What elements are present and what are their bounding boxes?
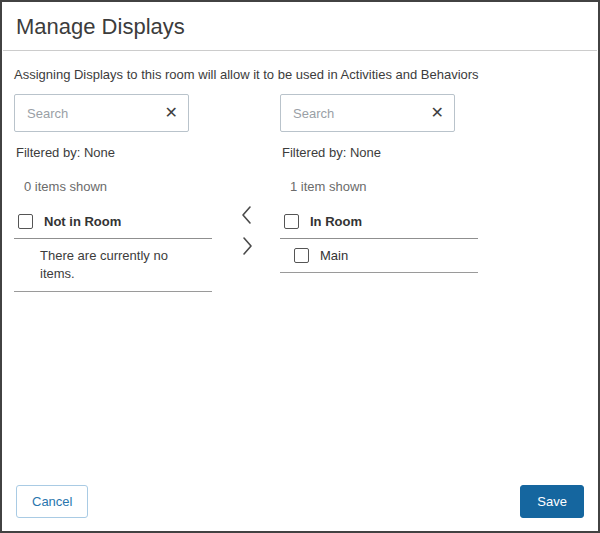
- list-header-label: Not in Room: [44, 214, 121, 229]
- in-room-panel: ✕ Filtered by: None 1 item shown In Room…: [280, 94, 480, 273]
- list-item: Main: [280, 239, 478, 273]
- items-shown-count: 1 item shown: [290, 179, 480, 194]
- in-room-search-input[interactable]: [291, 105, 429, 122]
- not-in-room-panel: ✕ Filtered by: None 0 items shown Not in…: [14, 94, 214, 292]
- in-room-list-header: In Room: [280, 209, 478, 239]
- clear-search-icon[interactable]: ✕: [429, 105, 446, 121]
- transfer-panels: ✕ Filtered by: None 0 items shown Not in…: [2, 94, 598, 292]
- clear-search-icon[interactable]: ✕: [163, 105, 180, 121]
- in-room-select-all-checkbox[interactable]: [284, 214, 299, 229]
- in-room-search-box: ✕: [280, 94, 455, 132]
- move-left-button[interactable]: [239, 204, 255, 226]
- not-in-room-select-all-checkbox[interactable]: [18, 214, 33, 229]
- cancel-button[interactable]: Cancel: [16, 485, 88, 518]
- not-in-room-list-header: Not in Room: [14, 209, 212, 239]
- in-room-list: In Room Main: [280, 209, 478, 273]
- not-in-room-list: Not in Room There are currently no items…: [14, 209, 212, 292]
- chevron-left-icon: [239, 204, 255, 226]
- move-right-button[interactable]: [239, 235, 255, 257]
- page-title: Manage Displays: [2, 2, 598, 50]
- not-in-room-search-input[interactable]: [25, 105, 163, 122]
- empty-row: There are currently no items.: [14, 239, 212, 292]
- title-divider: [3, 50, 597, 51]
- list-header-label: In Room: [310, 214, 362, 229]
- manage-displays-dialog: Manage Displays Assigning Displays to th…: [0, 0, 600, 533]
- filtered-by-label: Filtered by: None: [16, 145, 214, 160]
- not-in-room-search-box: ✕: [14, 94, 189, 132]
- dialog-description: Assigning Displays to this room will all…: [14, 67, 584, 82]
- filtered-by-label: Filtered by: None: [282, 145, 480, 160]
- chevron-right-icon: [239, 235, 255, 257]
- transfer-controls: [214, 94, 280, 257]
- empty-message: There are currently no items.: [40, 247, 190, 282]
- save-button[interactable]: Save: [520, 485, 584, 518]
- items-shown-count: 0 items shown: [24, 179, 214, 194]
- item-label: Main: [320, 248, 348, 263]
- item-checkbox[interactable]: [294, 248, 309, 263]
